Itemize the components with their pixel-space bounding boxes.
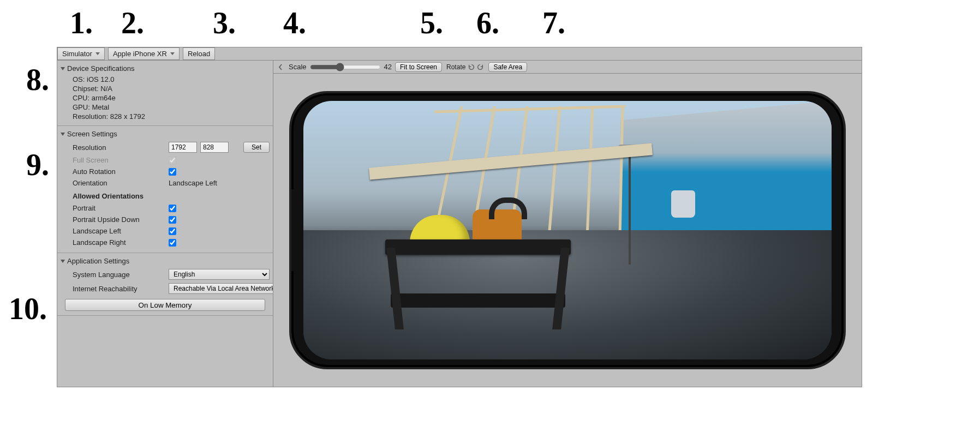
spec-cpu: CPU: arm64e xyxy=(61,93,270,103)
callout-3: 3. xyxy=(213,8,236,38)
internet-reachability-label: Internet Reachability xyxy=(73,285,165,293)
portrait-row: Portrait xyxy=(61,202,270,214)
device-stage[interactable] xyxy=(273,74,862,387)
screen-settings-foldout[interactable]: Screen Settings xyxy=(61,128,270,140)
back-button[interactable] xyxy=(276,62,285,73)
device-specs-section: Device Specifications OS: iOS 12.0 Chips… xyxy=(57,61,273,126)
rotate-ccw-icon[interactable] xyxy=(468,63,475,71)
resolution-width-input[interactable] xyxy=(169,142,197,153)
autorotation-row: Auto Rotation xyxy=(61,166,270,177)
resolution-height-input[interactable] xyxy=(200,142,229,153)
scale-label: Scale xyxy=(289,63,307,71)
foldout-icon xyxy=(61,260,65,263)
svg-line-6 xyxy=(434,106,625,112)
portrait-ud-row: Portrait Upside Down xyxy=(61,214,270,225)
autorotation-checkbox[interactable] xyxy=(169,168,176,176)
reload-button-label: Reload xyxy=(188,50,210,58)
device-specs-title: Device Specifications xyxy=(67,64,135,73)
portrait-ud-checkbox[interactable] xyxy=(169,216,176,224)
callout-6: 6. xyxy=(476,8,499,38)
autorotation-label: Auto Rotation xyxy=(73,167,165,176)
allowed-orientations-header: Allowed Orientations xyxy=(61,189,270,202)
mode-dropdown[interactable]: Simulator xyxy=(57,47,105,60)
device-dropdown-label: Apple iPhone XR xyxy=(113,50,167,58)
device-frame xyxy=(289,91,846,369)
fullscreen-label: Full Screen xyxy=(73,156,165,164)
orientation-label: Orientation xyxy=(73,179,165,187)
simulator-panel: Simulator Apple iPhone XR Reload Device … xyxy=(57,47,862,387)
spec-chipset: Chipset: N/A xyxy=(61,84,270,93)
callout-5: 5. xyxy=(420,8,443,38)
application-settings-foldout[interactable]: Application Settings xyxy=(61,255,270,267)
scene-wall xyxy=(620,101,832,230)
fullscreen-row: Full Screen xyxy=(61,154,270,166)
spec-gpu: GPU: Metal xyxy=(61,103,270,112)
on-low-memory-button[interactable]: On Low Memory xyxy=(65,299,265,311)
callout-2: 2. xyxy=(121,8,144,38)
spec-resolution: Resolution: 828 x 1792 xyxy=(61,112,270,121)
preview-area: Scale 42 Fit to Screen Rotate Safe Area xyxy=(273,61,862,387)
portrait-checkbox[interactable] xyxy=(169,205,176,212)
fit-to-screen-button[interactable]: Fit to Screen xyxy=(395,62,442,72)
scene-bucket xyxy=(671,190,695,218)
callout-9: 9. xyxy=(26,149,49,180)
landscape-left-row: Landscape Left xyxy=(61,225,270,237)
chevron-left-icon xyxy=(278,64,283,70)
scale-slider[interactable] xyxy=(310,63,381,71)
spec-os: OS: iOS 12.0 xyxy=(61,75,270,84)
landscape-right-label: Landscape Right xyxy=(73,238,165,247)
system-language-dropdown[interactable]: English xyxy=(169,269,270,280)
foldout-icon xyxy=(61,133,65,136)
rotate-cw-icon[interactable] xyxy=(476,63,484,71)
application-settings-section: Application Settings System Language Eng… xyxy=(57,253,273,316)
rotate-group: Rotate xyxy=(445,63,485,71)
landscape-left-checkbox[interactable] xyxy=(169,227,176,235)
callout-4: 4. xyxy=(283,8,306,38)
orientation-value: Landscape Left xyxy=(169,179,217,187)
safe-area-button[interactable]: Safe Area xyxy=(488,62,527,72)
scene-workbench xyxy=(385,193,571,329)
orientation-row: Orientation Landscape Left xyxy=(61,177,270,189)
rotate-label: Rotate xyxy=(446,63,465,71)
reload-button[interactable]: Reload xyxy=(183,47,215,60)
portrait-label: Portrait xyxy=(73,204,165,212)
device-screen xyxy=(303,101,832,359)
resolution-row: Resolution Set xyxy=(61,140,270,154)
device-dropdown[interactable]: Apple iPhone XR xyxy=(108,47,180,60)
callout-8: 8. xyxy=(26,64,49,95)
callout-7: 7. xyxy=(542,8,565,38)
callout-1: 1. xyxy=(70,8,93,38)
foldout-icon xyxy=(61,67,65,70)
resolution-set-button[interactable]: Set xyxy=(243,142,270,153)
top-toolbar: Simulator Apple iPhone XR Reload xyxy=(57,47,862,61)
preview-toolbar: Scale 42 Fit to Screen Rotate Safe Area xyxy=(273,61,862,74)
screen-settings-title: Screen Settings xyxy=(67,130,117,138)
landscape-right-row: Landscape Right xyxy=(61,237,270,248)
control-panel: Device Specifications OS: iOS 12.0 Chips… xyxy=(57,61,273,387)
internet-reachability-dropdown[interactable]: Reachable Via Local Area Network xyxy=(169,283,273,294)
landscape-right-checkbox[interactable] xyxy=(169,239,176,247)
screen-settings-section: Screen Settings Resolution Set Full Scre… xyxy=(57,126,273,253)
device-specs-foldout[interactable]: Device Specifications xyxy=(61,62,270,75)
system-language-row: System Language English xyxy=(61,267,270,281)
scale-control: Scale 42 xyxy=(289,63,392,71)
system-language-label: System Language xyxy=(73,271,165,279)
application-settings-title: Application Settings xyxy=(67,257,129,265)
portrait-ud-label: Portrait Upside Down xyxy=(73,215,165,224)
fullscreen-checkbox xyxy=(169,157,176,164)
svg-line-4 xyxy=(587,106,593,237)
mode-dropdown-label: Simulator xyxy=(62,50,92,58)
landscape-left-label: Landscape Left xyxy=(73,227,165,235)
resolution-label: Resolution xyxy=(73,143,165,152)
internet-reachability-row: Internet Reachability Reachable Via Loca… xyxy=(61,281,270,296)
scale-value: 42 xyxy=(384,63,392,71)
callout-10: 10. xyxy=(9,293,47,324)
